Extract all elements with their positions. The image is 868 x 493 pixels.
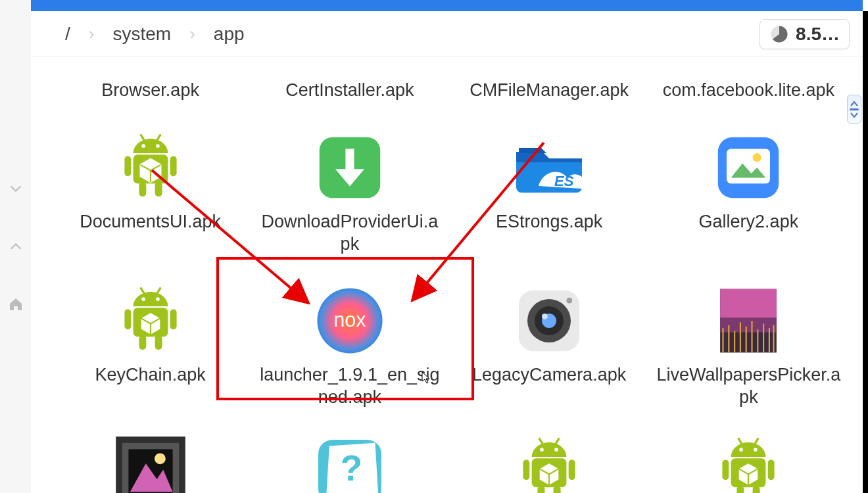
livewallpaper-icon: [709, 281, 788, 360]
download-icon: [310, 128, 389, 207]
file-item-livewallpapers[interactable]: LiveWallpapersPicker.apk: [649, 281, 848, 409]
svg-rect-73: [569, 459, 575, 480]
svg-rect-47: [720, 289, 777, 318]
svg-rect-14: [139, 182, 146, 197]
svg-rect-74: [538, 486, 545, 493]
svg-rect-85: [737, 486, 744, 493]
breadcrumb-bar: / › system › app 8.5…: [31, 11, 868, 57]
svg-point-28: [156, 297, 160, 301]
file-label: EStrongs.apk: [496, 211, 602, 233]
file-item-gallery2[interactable]: Gallery2.apk: [649, 128, 848, 256]
file-label: DownloadProviderUi.apk: [258, 211, 442, 256]
browser-icon: [111, 57, 190, 76]
pie-icon: [769, 24, 789, 44]
svg-rect-75: [554, 486, 561, 493]
svg-line-29: [140, 288, 144, 294]
svg-line-69: [539, 438, 543, 444]
breadcrumb-system[interactable]: system: [112, 24, 171, 45]
left-sidebar: [0, 0, 31, 493]
svg-point-79: [754, 448, 758, 452]
storage-label: 8.5…: [796, 24, 840, 45]
svg-rect-12: [124, 156, 131, 176]
svg-text:nox: nox: [333, 309, 366, 331]
svg-line-81: [755, 438, 759, 444]
file-item-estrongs[interactable]: ES EStrongs.apk: [450, 128, 649, 256]
svg-line-80: [738, 438, 742, 444]
file-label: Gallery2.apk: [699, 211, 799, 233]
svg-text:ES: ES: [554, 173, 574, 189]
svg-rect-34: [139, 335, 146, 350]
svg-rect-32: [124, 310, 131, 330]
file-item-keychain[interactable]: KeyChain.apk: [51, 281, 250, 409]
android-apk-icon: [510, 435, 589, 493]
svg-point-44: [542, 314, 548, 319]
chevron-right-icon: ›: [89, 24, 95, 44]
nox-icon: nox: [310, 281, 389, 360]
svg-rect-20: [345, 149, 354, 170]
svg-rect-24: [727, 149, 770, 183]
file-item-partial[interactable]: [450, 435, 649, 493]
cmfilemanager-icon: [510, 57, 589, 76]
svg-point-26: [753, 153, 761, 162]
svg-line-70: [556, 438, 560, 444]
svg-rect-15: [155, 182, 162, 197]
svg-line-9: [140, 134, 144, 140]
file-label: launcher_1.9.1_en_signed.apk: [258, 364, 442, 409]
file-item-partial[interactable]: [649, 435, 848, 493]
svg-line-30: [157, 288, 161, 294]
file-item-cmfilemanager[interactable]: CMFileManager.apk: [450, 57, 649, 102]
svg-point-78: [740, 448, 744, 452]
file-item-launcher-nox[interactable]: nox launcher_1.9.1_en_signed.apk: [250, 281, 449, 409]
svg-rect-86: [753, 486, 760, 493]
storage-indicator[interactable]: 8.5…: [760, 19, 850, 49]
file-item-legacycamera[interactable]: LegacyCamera.apk: [450, 281, 649, 409]
camera-icon: [510, 281, 589, 360]
svg-point-63: [155, 453, 166, 464]
svg-rect-84: [768, 459, 775, 480]
svg-point-7: [141, 144, 145, 148]
file-item-partial[interactable]: ?: [250, 435, 449, 493]
facebook-lite-icon: [709, 57, 788, 76]
scroll-indicator[interactable]: [847, 95, 861, 124]
es-file-icon: ES: [510, 128, 589, 207]
top-blue-bar: [31, 0, 863, 11]
android-apk-icon: [111, 128, 190, 207]
svg-point-68: [554, 448, 558, 452]
svg-rect-83: [723, 459, 729, 480]
file-label: LiveWallpapersPicker.apk: [656, 364, 840, 409]
file-item-browser[interactable]: Browser.apk: [51, 57, 250, 102]
svg-text:?: ?: [340, 448, 362, 488]
svg-line-10: [157, 134, 161, 140]
question-card-icon: ?: [310, 435, 389, 493]
breadcrumb-app[interactable]: app: [214, 24, 245, 45]
main-panel: / › system › app 8.5… Browser.apk: [31, 11, 868, 493]
file-label: LegacyCamera.apk: [472, 364, 626, 387]
file-label: com.facebook.lite.apk: [663, 80, 834, 102]
breadcrumb-root[interactable]: /: [65, 24, 70, 45]
svg-point-45: [567, 298, 573, 304]
gallery-icon: [709, 128, 788, 207]
file-item-certinstaller[interactable]: CertInstaller.apk: [250, 57, 449, 102]
svg-point-67: [540, 448, 544, 452]
certinstaller-icon: [310, 57, 389, 76]
file-label: KeyChain.apk: [95, 364, 206, 387]
file-item-downloadproviderui[interactable]: DownloadProviderUi.apk: [250, 128, 449, 256]
svg-rect-33: [170, 310, 176, 330]
file-label: CertInstaller.apk: [285, 80, 414, 102]
file-label: Browser.apk: [101, 80, 199, 102]
svg-rect-13: [170, 156, 176, 176]
chevron-right-icon: ›: [189, 24, 195, 44]
svg-point-27: [141, 297, 145, 301]
window-right-edge: [863, 11, 868, 493]
file-item-facebooklite[interactable]: com.facebook.lite.apk: [649, 57, 848, 102]
picture-frame-icon: [111, 435, 190, 493]
android-apk-icon: [111, 281, 190, 360]
chevron-up-icon[interactable]: [8, 239, 24, 254]
home-icon[interactable]: [8, 296, 24, 312]
file-item-documentsui[interactable]: DocumentsUI.apk: [51, 128, 250, 256]
file-item-partial[interactable]: [51, 435, 250, 493]
file-label: CMFileManager.apk: [470, 80, 629, 102]
chevron-down-icon[interactable]: [8, 181, 24, 197]
android-apk-icon: [709, 435, 788, 493]
svg-rect-72: [523, 459, 530, 480]
